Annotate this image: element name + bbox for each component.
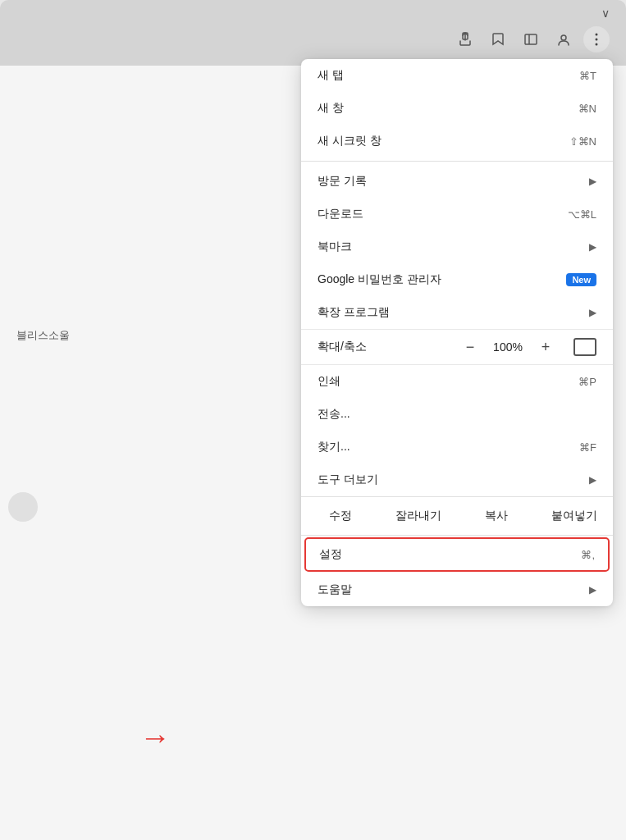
svg-point-4 bbox=[596, 34, 598, 36]
menu-item-downloads[interactable]: 다운로드 ⌥⌘L bbox=[301, 198, 613, 231]
paste-button[interactable]: 붙여넣기 bbox=[535, 502, 613, 530]
profile-icon[interactable] bbox=[551, 26, 577, 52]
menu-item-new-tab[interactable]: 새 탭 ⌘T bbox=[301, 59, 613, 92]
menu-item-more-tools[interactable]: 도구 더보기 ▶ bbox=[301, 463, 613, 496]
toolbar bbox=[452, 26, 610, 52]
menu-item-print[interactable]: 인쇄 ⌘P bbox=[301, 365, 613, 398]
arrow-icon: → bbox=[139, 722, 171, 753]
menu-item-password-manager[interactable]: Google 비밀번호 관리자 New bbox=[301, 263, 613, 296]
share-icon[interactable] bbox=[452, 26, 478, 52]
edit-button[interactable]: 수정 bbox=[301, 502, 379, 530]
edit-row: 수정 잘라내기 복사 붙여넣기 bbox=[301, 496, 613, 536]
menu-item-new-incognito[interactable]: 새 시크릿 창 ⇧⌘N bbox=[301, 125, 613, 158]
menu-item-bookmarks[interactable]: 북마크 ▶ bbox=[301, 231, 613, 263]
menu-item-cast[interactable]: 전송... bbox=[301, 398, 613, 431]
menu-item-new-window[interactable]: 새 창 ⌘N bbox=[301, 92, 613, 125]
zoom-plus-button[interactable]: + bbox=[534, 336, 557, 358]
menu-item-history[interactable]: 방문 기록 ▶ bbox=[301, 165, 613, 198]
copy-button[interactable]: 복사 bbox=[457, 502, 535, 530]
page-background-label: 블리스소울 bbox=[16, 328, 70, 343]
zoom-minus-button[interactable]: − bbox=[459, 336, 482, 358]
menu-item-help[interactable]: 도움말 ▶ bbox=[301, 573, 613, 606]
red-arrow-indicator: → bbox=[139, 722, 171, 753]
new-badge: New bbox=[566, 273, 596, 286]
cut-button[interactable]: 잘라내기 bbox=[379, 502, 457, 530]
zoom-value: 100% bbox=[491, 340, 524, 354]
zoom-row: 확대/축소 − 100% + bbox=[301, 329, 613, 365]
svg-point-6 bbox=[596, 43, 598, 46]
menu-item-settings[interactable]: 설정 ⌘, bbox=[304, 537, 610, 572]
circle-button[interactable] bbox=[8, 492, 38, 522]
svg-point-5 bbox=[596, 39, 598, 41]
bookmark-icon[interactable] bbox=[485, 26, 511, 52]
menu-item-find[interactable]: 찾기... ⌘F bbox=[301, 431, 613, 463]
zoom-controls: − 100% + bbox=[459, 336, 596, 358]
svg-rect-1 bbox=[525, 34, 537, 44]
svg-point-3 bbox=[561, 35, 566, 40]
chevron-down-icon[interactable]: ∨ bbox=[601, 7, 610, 20]
menu-icon[interactable] bbox=[583, 26, 610, 52]
divider-1 bbox=[301, 161, 613, 162]
menu-item-extensions[interactable]: 확장 프로그램 ▶ bbox=[301, 296, 613, 329]
zoom-fullscreen-button[interactable] bbox=[573, 338, 596, 356]
sidebar-icon[interactable] bbox=[518, 26, 544, 52]
dropdown-menu: 새 탭 ⌘T 새 창 ⌘N 새 시크릿 창 ⇧⌘N 방문 기록 ▶ 다운로드 ⌥… bbox=[301, 59, 613, 606]
